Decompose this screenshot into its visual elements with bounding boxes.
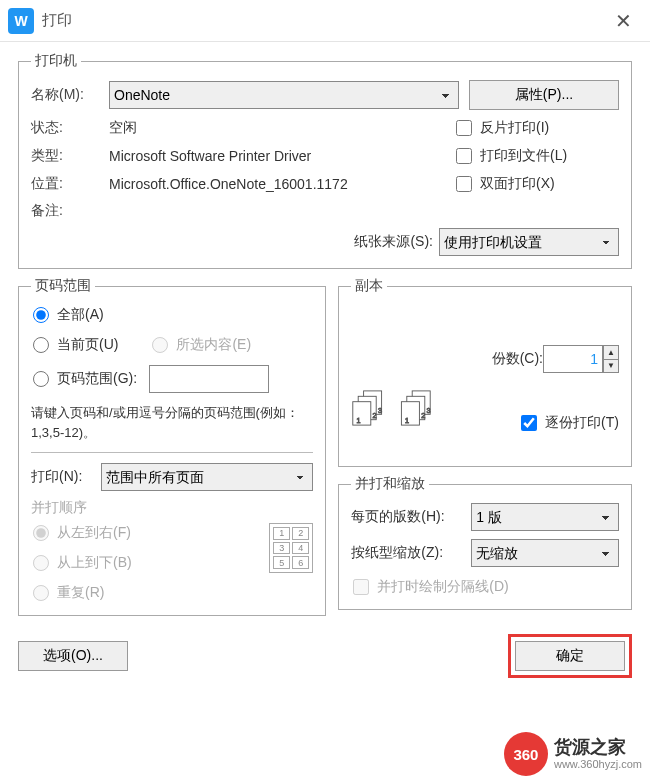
- svg-text:2: 2: [373, 411, 377, 420]
- order-tb-radio: [33, 555, 49, 571]
- brand-url: www.360hyzj.com: [554, 758, 642, 770]
- svg-text:3: 3: [427, 406, 431, 415]
- scale-group: 并打和缩放 每页的版数(H): 1 版 按纸型缩放(Z): 无缩放 并打时绘制分…: [338, 475, 632, 610]
- range-pages-label: 页码范围(G):: [57, 370, 137, 388]
- comment-label: 备注:: [31, 202, 109, 220]
- range-all-label: 全部(A): [57, 306, 104, 324]
- scaleto-label: 按纸型缩放(Z):: [351, 544, 471, 562]
- printer-legend: 打印机: [31, 52, 81, 70]
- range-all-radio[interactable]: [33, 307, 49, 323]
- range-current-label: 当前页(U): [57, 336, 118, 354]
- close-icon[interactable]: ✕: [609, 9, 638, 33]
- range-pages-input[interactable]: [149, 365, 269, 393]
- collate-label: 逐份打印(T): [545, 414, 619, 432]
- status-label: 状态:: [31, 119, 109, 137]
- print-what-select[interactable]: 范围中所有页面: [101, 463, 313, 491]
- order-legend: 并打顺序: [31, 499, 313, 517]
- order-tb-label: 从上到下(B): [57, 554, 132, 572]
- copies-count-input[interactable]: [543, 345, 603, 373]
- type-value: Microsoft Software Printer Driver: [109, 148, 454, 164]
- type-label: 类型:: [31, 147, 109, 165]
- options-button[interactable]: 选项(O)...: [18, 641, 128, 671]
- svg-text:1: 1: [405, 416, 409, 425]
- range-group: 页码范围 全部(A) 当前页(U) 所选内容(E) 页码范围(G):: [18, 277, 326, 616]
- inverse-label: 反片打印(I): [480, 119, 549, 137]
- dialog-title: 打印: [42, 11, 609, 30]
- spinner-down-icon: ▼: [604, 360, 618, 373]
- inverse-checkbox[interactable]: [456, 120, 472, 136]
- brand-badge: 360: [504, 732, 548, 776]
- drawline-label: 并打时绘制分隔线(D): [377, 578, 508, 596]
- status-value: 空闲: [109, 119, 454, 137]
- tofile-label: 打印到文件(L): [480, 147, 567, 165]
- range-hint: 请键入页码和/或用逗号分隔的页码范围(例如：1,3,5-12)。: [31, 403, 313, 442]
- persheet-select[interactable]: 1 版: [471, 503, 619, 531]
- spinner-up-icon: ▲: [604, 346, 618, 360]
- order-lr-radio: [33, 525, 49, 541]
- svg-rect-10: [402, 402, 420, 425]
- drawline-checkbox: [353, 579, 369, 595]
- range-selection-radio: [152, 337, 168, 353]
- persheet-label: 每页的版数(H):: [351, 508, 471, 526]
- paper-source-select[interactable]: 使用打印机设置: [439, 228, 619, 256]
- printer-name-label: 名称(M):: [31, 86, 109, 104]
- tofile-checkbox[interactable]: [456, 148, 472, 164]
- paper-source-label: 纸张来源(S):: [354, 233, 433, 251]
- collate-checkbox[interactable]: [521, 415, 537, 431]
- duplex-checkbox[interactable]: [456, 176, 472, 192]
- svg-text:3: 3: [378, 406, 382, 415]
- copies-group: 副本 份数(C): ▲ ▼ 3 2 1 3: [338, 277, 632, 467]
- properties-button[interactable]: 属性(P)...: [469, 80, 619, 110]
- order-lr-label: 从左到右(F): [57, 524, 131, 542]
- order-repeat-radio: [33, 585, 49, 601]
- duplex-label: 双面打印(X): [480, 175, 555, 193]
- order-preview-icon: 123456: [269, 523, 313, 573]
- brand-name: 货源之家: [554, 738, 642, 758]
- titlebar: W 打印 ✕: [0, 0, 650, 42]
- location-value: Microsoft.Office.OneNote_16001.1172: [109, 176, 454, 192]
- svg-text:2: 2: [422, 411, 426, 420]
- printer-name-select[interactable]: OneNote: [109, 81, 459, 109]
- copies-count-label: 份数(C):: [492, 350, 543, 368]
- scaleto-select[interactable]: 无缩放: [471, 539, 619, 567]
- range-selection-label: 所选内容(E): [176, 336, 251, 354]
- ok-button[interactable]: 确定: [515, 641, 625, 671]
- range-legend: 页码范围: [31, 277, 95, 295]
- order-repeat-label: 重复(R): [57, 584, 104, 602]
- collate-icon: 3 2 1 3 2 1: [351, 383, 441, 433]
- copies-legend: 副本: [351, 277, 387, 295]
- copies-spinner[interactable]: ▲ ▼: [603, 345, 619, 373]
- scale-legend: 并打和缩放: [351, 475, 429, 493]
- ok-highlight: 确定: [508, 634, 632, 678]
- svg-text:1: 1: [357, 416, 361, 425]
- svg-rect-4: [353, 402, 371, 425]
- print-what-label: 打印(N):: [31, 468, 101, 486]
- app-icon: W: [8, 8, 34, 34]
- location-label: 位置:: [31, 175, 109, 193]
- brand-watermark: 360 货源之家 www.360hyzj.com: [504, 732, 642, 776]
- range-pages-radio[interactable]: [33, 371, 49, 387]
- range-current-radio[interactable]: [33, 337, 49, 353]
- printer-group: 打印机 名称(M): OneNote 属性(P)... 状态: 空闲 反片打印(…: [18, 52, 632, 269]
